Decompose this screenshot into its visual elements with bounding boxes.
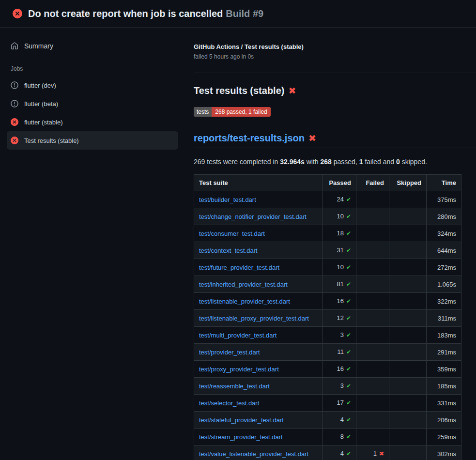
sidebar-item-flutter-dev[interactable]: flutter (dev) bbox=[7, 76, 178, 94]
test-suite-link[interactable]: test/change_notifier_provider_test.dart bbox=[199, 213, 307, 220]
warning-icon bbox=[11, 100, 18, 107]
test-suite-link[interactable]: test/value_listenable_provider_test.dart bbox=[199, 450, 308, 458]
failed-cell-count: 1 bbox=[373, 450, 377, 457]
test-suite-cell: test/consumer_test.dart bbox=[194, 225, 322, 242]
test-suite-cell: test/change_notifier_provider_test.dart bbox=[194, 208, 322, 225]
table-row: test/stateful_provider_test.dart4✔206ms bbox=[194, 412, 461, 429]
summary-duration: 32.964s bbox=[280, 158, 305, 166]
summary-text: with bbox=[305, 158, 321, 166]
failed-cell bbox=[356, 208, 389, 225]
check-icon: ✔ bbox=[346, 213, 351, 220]
passed-cell-count: 8 bbox=[340, 433, 344, 440]
test-results-table: Test suite Passed Failed Skipped Time te… bbox=[194, 174, 461, 460]
sidebar-item-test-results-stable[interactable]: Test results (stable) bbox=[7, 131, 178, 150]
time-cell: 644ms bbox=[427, 242, 461, 259]
failed-cell bbox=[356, 395, 389, 412]
passed-cell-count: 10 bbox=[337, 263, 343, 271]
test-suite-link[interactable]: test/builder_test.dart bbox=[199, 196, 256, 203]
passed-cell: 18✔ bbox=[322, 225, 356, 242]
test-suite-link[interactable]: test/inherited_provider_test.dart bbox=[199, 281, 288, 288]
content: Summary Jobs flutter (dev) flutter (beta… bbox=[0, 28, 476, 460]
test-suite-link[interactable]: test/proxy_provider_test.dart bbox=[199, 366, 279, 373]
test-suite-link[interactable]: test/consumer_test.dart bbox=[199, 230, 265, 237]
summary-text: passed, bbox=[332, 158, 359, 166]
test-suite-link[interactable]: test/listenable_provider_test.dart bbox=[199, 298, 290, 305]
report-title: reports/test-results.json ✖ bbox=[194, 132, 476, 144]
tests-badge: tests 268 passed, 1 failed bbox=[194, 107, 271, 117]
failed-x-icon: ✖ bbox=[288, 86, 296, 95]
results-table-body: test/builder_test.dart24✔375mstest/chang… bbox=[194, 191, 461, 460]
passed-cell: 3✔ bbox=[322, 378, 356, 395]
passed-cell-count: 4 bbox=[340, 416, 344, 423]
passed-cell: 3✔ bbox=[322, 327, 356, 344]
failed-cell bbox=[356, 361, 389, 378]
test-suite-link[interactable]: test/multi_provider_test.dart bbox=[199, 332, 276, 339]
test-suite-cell: test/selector_test.dart bbox=[194, 395, 322, 412]
passed-cell: 11✔ bbox=[322, 344, 356, 361]
passed-cell: 24✔ bbox=[322, 191, 356, 208]
breadcrumb: GitHub Actions / Test results (stable) bbox=[194, 43, 476, 51]
table-row: test/reassemble_test.dart3✔185ms bbox=[194, 378, 461, 395]
table-row: test/listenable_proxy_provider_test.dart… bbox=[194, 310, 461, 327]
test-suite-link[interactable]: test/selector_test.dart bbox=[199, 399, 259, 407]
x-circle-icon bbox=[11, 137, 18, 144]
badge-value: 268 passed, 1 failed bbox=[212, 107, 270, 117]
time-cell: 331ms bbox=[427, 395, 461, 412]
test-suite-link[interactable]: test/reassemble_test.dart bbox=[199, 383, 270, 390]
page-title: Do not create report when job is cancell… bbox=[28, 8, 263, 19]
skipped-cell bbox=[389, 293, 427, 310]
jobs-list: flutter (dev) flutter (beta) flutter (st… bbox=[7, 76, 178, 150]
skipped-cell bbox=[389, 344, 427, 361]
test-suite-link[interactable]: test/stateful_provider_test.dart bbox=[199, 416, 284, 424]
failed-cell bbox=[356, 429, 389, 445]
test-suite-cell: test/provider_test.dart bbox=[194, 344, 322, 361]
passed-cell-count: 3 bbox=[340, 331, 344, 338]
passed-cell-count: 3 bbox=[340, 382, 344, 389]
test-suite-cell: test/stream_provider_test.dart bbox=[194, 429, 322, 445]
skipped-cell bbox=[389, 395, 427, 412]
report-file-link[interactable]: reports/test-results.json bbox=[194, 132, 305, 144]
failed-cell bbox=[356, 191, 389, 208]
passed-cell: 81✔ bbox=[322, 276, 356, 293]
check-icon: ✔ bbox=[346, 349, 351, 355]
summary-text: 269 tests were completed in bbox=[194, 158, 280, 166]
table-row: test/value_listenable_provider_test.dart… bbox=[194, 445, 461, 460]
table-header-row: Test suite Passed Failed Skipped Time bbox=[194, 175, 461, 191]
time-cell: 324ms bbox=[427, 225, 461, 242]
test-suite-link[interactable]: test/stream_provider_test.dart bbox=[199, 433, 283, 441]
skipped-cell bbox=[389, 327, 427, 344]
passed-cell-count: 17 bbox=[337, 399, 343, 406]
table-row: test/change_notifier_provider_test.dart1… bbox=[194, 208, 461, 225]
badge-label: tests bbox=[194, 107, 212, 117]
sidebar-item-summary[interactable]: Summary bbox=[7, 39, 178, 53]
test-suite-link[interactable]: test/context_test.dart bbox=[199, 247, 258, 254]
table-row: test/provider_test.dart11✔291ms bbox=[194, 344, 461, 361]
sidebar-item-label: flutter (stable) bbox=[24, 119, 62, 126]
test-suite-link[interactable]: test/provider_test.dart bbox=[199, 349, 260, 356]
passed-cell-count: 11 bbox=[337, 348, 344, 355]
check-icon: ✔ bbox=[346, 281, 351, 288]
failed-x-icon: ✖ bbox=[308, 134, 316, 143]
time-cell: 206ms bbox=[427, 412, 461, 429]
test-suite-cell: test/proxy_provider_test.dart bbox=[194, 361, 322, 378]
failed-cell: 1✖ bbox=[356, 445, 389, 460]
column-header-test-suite: Test suite bbox=[194, 175, 322, 191]
divider bbox=[194, 73, 476, 73]
test-suite-link[interactable]: test/listenable_proxy_provider_test.dart bbox=[199, 315, 309, 322]
sidebar-item-flutter-stable[interactable]: flutter (stable) bbox=[7, 113, 178, 131]
test-suite-cell: test/value_listenable_provider_test.dart bbox=[194, 445, 322, 460]
column-header-time: Time bbox=[427, 175, 461, 191]
x-circle-icon bbox=[13, 9, 22, 18]
test-suite-link[interactable]: test/future_provider_test.dart bbox=[199, 264, 279, 271]
failed-cell bbox=[356, 412, 389, 429]
failed-cell bbox=[356, 378, 389, 395]
table-row: test/stream_provider_test.dart8✔259ms bbox=[194, 429, 461, 445]
table-row: test/multi_provider_test.dart3✔183ms bbox=[194, 327, 461, 344]
divider bbox=[194, 148, 476, 148]
sidebar-item-flutter-beta[interactable]: flutter (beta) bbox=[7, 94, 178, 113]
table-row: test/selector_test.dart17✔331ms bbox=[194, 395, 461, 412]
skipped-cell bbox=[389, 242, 427, 259]
summary-text: failed and bbox=[363, 158, 397, 166]
passed-cell: 12✔ bbox=[322, 310, 356, 327]
check-icon: ✔ bbox=[346, 315, 351, 322]
